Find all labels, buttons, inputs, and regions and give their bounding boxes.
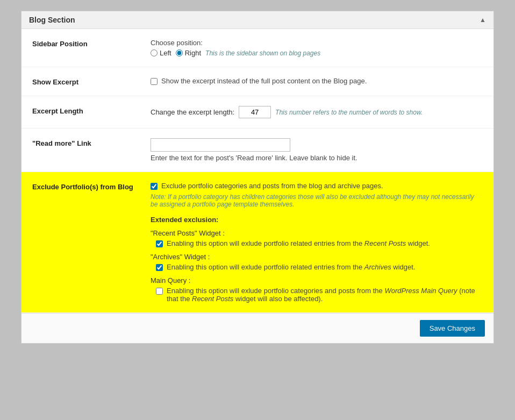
panel-title: Blog Section [29, 16, 75, 24]
archives-widget-title: "Archives" Widget : [151, 253, 483, 261]
main-query-section: Main Query : Enabling this option will e… [151, 276, 483, 303]
exclude-portfolio-checkbox-row: Exclude portfolio categories and posts f… [151, 182, 483, 190]
sidebar-right-label[interactable]: Right [176, 49, 201, 57]
main-query-checkbox-row: Enabling this option will exlude portfol… [151, 287, 483, 303]
excerpt-length-input[interactable] [239, 106, 271, 118]
sidebar-left-label[interactable]: Left [151, 49, 171, 57]
excerpt-length-hint: This number refers to the number of word… [275, 109, 423, 116]
sidebar-position-hint: This is the sidebar shown on blog pages [205, 49, 320, 57]
exclude-portfolio-content: Exclude portfolio categories and posts f… [151, 182, 483, 303]
exclude-portfolio-row: Exclude Portfolio(s) from Blog Exclude p… [22, 172, 493, 313]
show-excerpt-label: Show Excerpt [32, 77, 151, 86]
show-excerpt-checkbox-row: Show the excerpt instead of the full pos… [151, 77, 483, 85]
collapse-arrow[interactable]: ▲ [480, 16, 486, 24]
archives-checkbox-row: Enabling this option will exlude portfol… [151, 263, 483, 271]
recent-posts-checkbox-row: Enabling this option will exlude portfol… [151, 239, 483, 247]
sidebar-right-radio[interactable] [176, 49, 183, 56]
panel-header: Blog Section ▲ [22, 11, 493, 29]
recent-posts-widget-section: "Recent Posts" Widget : Enabling this op… [151, 229, 483, 247]
read-more-link-description: Enter the text for the post's 'Read more… [151, 154, 483, 162]
read-more-link-input[interactable]: Read more [151, 138, 290, 152]
archives-widget-description: Enabling this option will exlude portfol… [167, 263, 416, 271]
sidebar-position-content: Choose position: Left Right This is the … [151, 39, 483, 57]
read-more-link-row: "Read more" Link Read more Enter the tex… [22, 129, 493, 172]
main-query-title: Main Query : [151, 276, 483, 284]
panel-body: Sidebar Position Choose position: Left R… [22, 29, 493, 313]
sidebar-radio-group: Left Right This is the sidebar shown on … [151, 49, 483, 57]
main-query-description: Enabling this option will exlude portfol… [167, 287, 483, 303]
choose-position-label: Choose position: [151, 39, 483, 47]
blog-section-panel: Blog Section ▲ Sidebar Position Choose p… [21, 11, 494, 344]
sidebar-right-text: Right [185, 49, 201, 57]
archives-widget-section: "Archives" Widget : Enabling this option… [151, 253, 483, 271]
excerpt-length-prefix: Change the excerpt length: [151, 108, 234, 116]
panel-footer: Save Changes [22, 313, 493, 343]
save-changes-button[interactable]: Save Changes [420, 320, 485, 337]
show-excerpt-content: Show the excerpt instead of the full pos… [151, 77, 483, 85]
recent-posts-widget-title: "Recent Posts" Widget : [151, 229, 483, 237]
show-excerpt-description: Show the excerpt instead of the full pos… [161, 77, 367, 85]
recent-posts-widget-checkbox[interactable] [156, 240, 163, 247]
sidebar-position-label: Sidebar Position [32, 39, 151, 48]
sidebar-left-radio[interactable] [151, 49, 158, 56]
sidebar-position-row: Sidebar Position Choose position: Left R… [22, 29, 493, 67]
recent-posts-widget-description: Enabling this option will exlude portfol… [167, 239, 430, 247]
read-more-link-label: "Read more" Link [32, 138, 151, 147]
extended-exclusion-label: Extended exclusion: [151, 216, 483, 224]
exclude-portfolio-label: Exclude Portfolio(s) from Blog [32, 182, 151, 191]
exclude-portfolio-note: Note: If a portfolio category has childr… [151, 193, 483, 208]
archives-widget-checkbox[interactable] [156, 264, 163, 271]
excerpt-length-input-row: Change the excerpt length: This number r… [151, 106, 483, 118]
show-excerpt-row: Show Excerpt Show the excerpt instead of… [22, 67, 493, 96]
excerpt-length-content: Change the excerpt length: This number r… [151, 106, 483, 118]
exclude-portfolio-description: Exclude portfolio categories and posts f… [161, 182, 383, 190]
excerpt-length-label: Excerpt Length [32, 106, 151, 115]
sidebar-left-text: Left [160, 49, 171, 57]
show-excerpt-checkbox[interactable] [151, 78, 158, 85]
exclude-portfolio-checkbox[interactable] [151, 183, 158, 190]
excerpt-length-row: Excerpt Length Change the excerpt length… [22, 96, 493, 129]
read-more-link-content: Read more Enter the text for the post's … [151, 138, 483, 162]
main-query-checkbox[interactable] [156, 288, 163, 295]
